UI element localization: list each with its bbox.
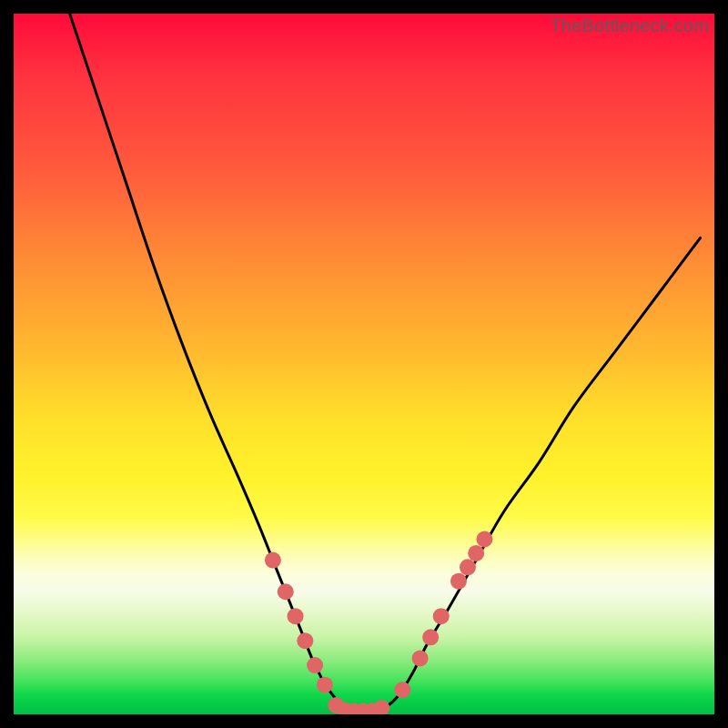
curve-marker — [468, 545, 484, 561]
curve-marker — [433, 608, 450, 624]
curve-marker — [278, 583, 294, 600]
chart-frame: TheBottleneck.com — [14, 14, 714, 714]
curve-marker — [288, 608, 304, 624]
curve-marker — [265, 552, 281, 569]
curve-marker — [412, 650, 429, 666]
curve-marker — [297, 632, 313, 649]
curve-marker — [394, 682, 410, 698]
watermark-text: TheBottleneck.com — [550, 15, 709, 36]
curve-marker — [307, 657, 323, 673]
curve-layer — [14, 14, 714, 714]
curve-marker — [373, 700, 389, 714]
curve-marker — [460, 559, 476, 575]
curve-marker — [476, 531, 492, 548]
bottleneck-curve — [70, 14, 701, 712]
curve-marker — [317, 677, 333, 693]
curve-marker — [450, 573, 467, 590]
curve-marker — [422, 629, 439, 645]
